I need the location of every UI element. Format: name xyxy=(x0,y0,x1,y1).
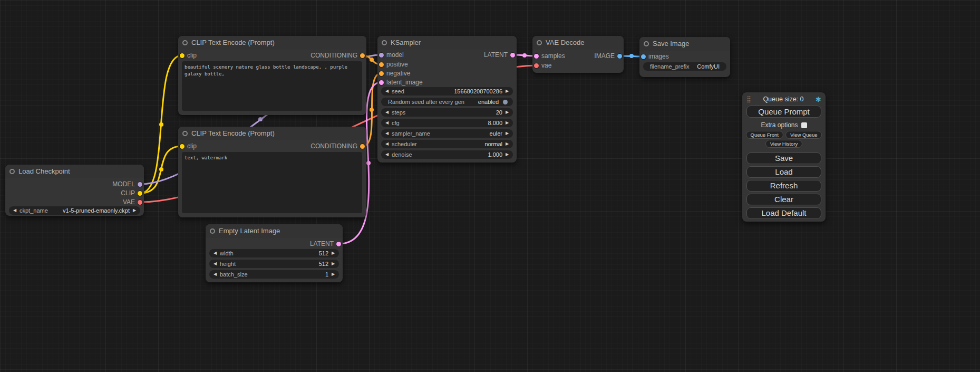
clip-input-dot[interactable] xyxy=(180,53,185,58)
height-widget[interactable]: ◀ height 512 ▶ xyxy=(209,260,339,268)
images-input-dot[interactable] xyxy=(641,54,646,59)
filename-prefix-widget[interactable]: filename_prefix ComfyUI xyxy=(643,62,726,71)
model-input-dot[interactable] xyxy=(379,53,384,58)
decrement-arrow-icon[interactable]: ◀ xyxy=(212,270,218,279)
increment-arrow-icon[interactable]: ▶ xyxy=(330,260,336,268)
batch-size-widget[interactable]: ◀ batch_size 1 ▶ xyxy=(209,270,339,279)
widget-value[interactable]: 156680208700286 xyxy=(454,88,502,94)
queue-prompt-button[interactable]: Queue Prompt xyxy=(746,106,821,118)
widget-value[interactable]: euler xyxy=(490,130,502,137)
increment-arrow-icon[interactable]: ▶ xyxy=(504,129,510,138)
save-button[interactable]: Save xyxy=(746,152,821,164)
increment-arrow-icon[interactable]: ▶ xyxy=(504,119,510,127)
queue-front-button[interactable]: Queue Front xyxy=(746,131,783,139)
refresh-button[interactable]: Refresh xyxy=(746,180,821,192)
node-title-bar[interactable]: VAE Decode xyxy=(532,36,624,50)
collapse-dot-icon[interactable] xyxy=(9,169,15,174)
widget-value[interactable]: v1-5-pruned-emaonly.ckpt xyxy=(63,207,130,214)
collapse-dot-icon[interactable] xyxy=(182,40,188,45)
increment-arrow-icon[interactable]: ▶ xyxy=(330,249,336,257)
node-title-bar[interactable]: Load Checkpoint xyxy=(5,165,144,178)
positive-input-dot[interactable] xyxy=(379,62,384,67)
cfg-widget[interactable]: ◀ cfg 8.000 ▶ xyxy=(381,119,513,127)
node-title-bar[interactable]: KSampler xyxy=(377,36,517,50)
decrement-arrow-icon[interactable]: ◀ xyxy=(212,260,218,268)
clear-button[interactable]: Clear xyxy=(746,194,821,205)
widget-value[interactable]: 512 xyxy=(319,250,328,256)
model-output-dot[interactable] xyxy=(138,182,142,187)
collapse-dot-icon[interactable] xyxy=(382,40,387,45)
collapse-dot-icon[interactable] xyxy=(210,228,215,234)
increment-arrow-icon[interactable]: ▶ xyxy=(504,140,510,148)
widget-value[interactable]: enabled xyxy=(478,99,499,105)
drag-handle-icon[interactable]: ⣿ xyxy=(746,96,751,103)
latent-output-dot[interactable] xyxy=(510,53,515,58)
widget-value[interactable]: 1 xyxy=(325,271,328,278)
negative-input-dot[interactable] xyxy=(379,71,384,76)
node-empty-latent-image[interactable]: Empty Latent Image LATENT ◀ width 512 ▶ … xyxy=(206,224,343,282)
steps-widget[interactable]: ◀ steps 20 ▶ xyxy=(381,108,513,117)
node-vae-decode[interactable]: VAE Decode samples IMAGE vae xyxy=(532,36,624,73)
sampler-name-widget[interactable]: ◀ sampler_name euler ▶ xyxy=(381,129,513,138)
view-history-button[interactable]: View History xyxy=(765,140,803,148)
node-load-checkpoint[interactable]: Load Checkpoint MODEL CLIP VAE ◀ ckpt_na… xyxy=(5,165,144,216)
wire-midpoint-dot xyxy=(258,117,263,121)
increment-arrow-icon[interactable]: ▶ xyxy=(504,87,510,96)
latent-image-input-dot[interactable] xyxy=(379,80,384,85)
node-title-bar[interactable]: CLIP Text Encode (Prompt) xyxy=(178,127,366,140)
increment-arrow-icon[interactable]: ▶ xyxy=(330,270,336,279)
increment-arrow-icon[interactable]: ▶ xyxy=(504,150,510,159)
ckpt-name-widget[interactable]: ◀ ckpt_name v1-5-pruned-emaonly.ckpt ▶ xyxy=(9,206,140,215)
decrement-arrow-icon[interactable]: ◀ xyxy=(212,249,218,257)
widget-value[interactable]: 1.000 xyxy=(488,151,502,158)
prompt-textarea[interactable]: beautiful scenery nature glass bottle la… xyxy=(182,61,362,111)
latent-output-dot[interactable] xyxy=(336,242,341,246)
collapse-dot-icon[interactable] xyxy=(537,40,542,45)
view-queue-button[interactable]: View Queue xyxy=(785,131,822,139)
node-ksampler[interactable]: KSampler model LATENT positive negative … xyxy=(377,36,517,163)
clip-output-dot[interactable] xyxy=(138,191,142,196)
decrement-arrow-icon[interactable]: ◀ xyxy=(384,150,390,159)
increment-arrow-icon[interactable]: ▶ xyxy=(504,108,510,117)
widget-value[interactable]: ComfyUI xyxy=(697,63,720,70)
node-graph-canvas[interactable]: Load Checkpoint MODEL CLIP VAE ◀ ckpt_na… xyxy=(0,0,980,372)
widget-value[interactable]: 20 xyxy=(496,109,502,116)
vae-output-dot[interactable] xyxy=(138,200,142,205)
conditioning-output-dot[interactable] xyxy=(360,144,365,149)
denoise-widget[interactable]: ◀ denoise 1.000 ▶ xyxy=(381,150,513,159)
width-widget[interactable]: ◀ width 512 ▶ xyxy=(209,249,339,257)
image-output-dot[interactable] xyxy=(617,54,622,59)
conditioning-output-dot[interactable] xyxy=(360,53,365,58)
collapse-dot-icon[interactable] xyxy=(644,41,649,46)
node-title-bar[interactable]: Save Image xyxy=(639,37,730,51)
widget-label: scheduler xyxy=(392,141,417,147)
node-title-bar[interactable]: CLIP Text Encode (Prompt) xyxy=(178,36,366,50)
node-title-bar[interactable]: Empty Latent Image xyxy=(206,224,343,238)
decrement-arrow-icon[interactable]: ◀ xyxy=(384,108,390,117)
load-button[interactable]: Load xyxy=(746,166,821,178)
node-clip-text-encode-negative[interactable]: CLIP Text Encode (Prompt) clip CONDITION… xyxy=(178,127,366,217)
prompt-textarea[interactable]: text, watermark xyxy=(182,152,362,213)
random-seed-toggle-widget[interactable]: Random seed after every gen enabled xyxy=(381,98,513,106)
widget-value[interactable]: 8.000 xyxy=(488,120,502,126)
decrement-arrow-icon[interactable]: ◀ xyxy=(384,87,390,96)
toggle-dot-icon[interactable] xyxy=(503,100,508,104)
decrement-arrow-icon[interactable]: ◀ xyxy=(384,129,390,138)
extra-options-checkbox[interactable] xyxy=(801,122,807,128)
node-clip-text-encode-positive[interactable]: CLIP Text Encode (Prompt) clip CONDITION… xyxy=(178,36,366,115)
clip-input-dot[interactable] xyxy=(180,144,185,149)
load-default-button[interactable]: Load Default xyxy=(746,207,821,219)
widget-value[interactable]: normal xyxy=(484,141,502,147)
widget-value[interactable]: 512 xyxy=(319,261,328,267)
decrement-arrow-icon[interactable]: ◀ xyxy=(384,140,390,148)
scheduler-widget[interactable]: ◀ scheduler normal ▶ xyxy=(381,140,513,148)
samples-input-dot[interactable] xyxy=(534,54,539,59)
collapse-dot-icon[interactable] xyxy=(182,131,188,136)
node-save-image[interactable]: Save Image images filename_prefix ComfyU… xyxy=(639,37,730,77)
decrement-arrow-icon[interactable]: ◀ xyxy=(384,119,390,127)
increment-arrow-icon[interactable]: ▶ xyxy=(131,206,138,215)
settings-gear-icon[interactable]: ✱ xyxy=(816,96,821,103)
vae-input-dot[interactable] xyxy=(534,63,539,68)
decrement-arrow-icon[interactable]: ◀ xyxy=(12,206,18,215)
seed-widget[interactable]: ◀ seed 156680208700286 ▶ xyxy=(381,87,513,96)
